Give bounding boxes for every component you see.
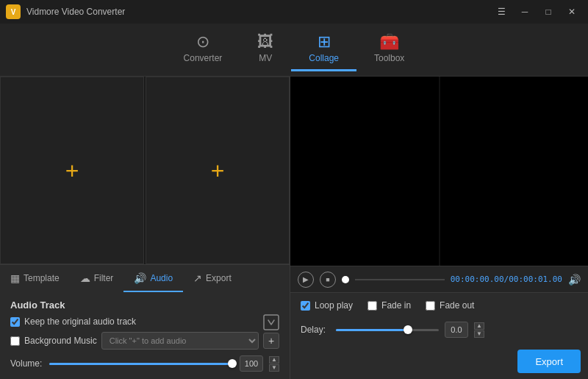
menu-button[interactable]: ☰ — [491, 4, 512, 19]
loop-play-checkbox[interactable] — [301, 301, 310, 311]
right-panel: ▶ ■ 00:00:00.00/00:00:01.00 🔊 Loop play — [290, 77, 588, 379]
nav-mv-label: MV — [259, 53, 272, 63]
volume-fill — [49, 363, 234, 365]
fade-in-checkbox[interactable] — [368, 301, 377, 311]
app-logo: V — [6, 4, 21, 19]
svg-rect-0 — [264, 315, 279, 330]
tab-export[interactable]: ↗ Export — [183, 265, 242, 292]
nav-toolbox[interactable]: 🧰 Toolbox — [356, 28, 422, 71]
collage-cell-2[interactable]: + — [146, 77, 290, 264]
delay-up-btn[interactable]: ▲ — [474, 322, 484, 330]
collage-icon: ⊞ — [318, 34, 331, 50]
audio-track-title: Audio Track — [10, 300, 279, 311]
preview-cell-1 — [290, 77, 439, 266]
export-button[interactable]: Export — [517, 350, 581, 373]
nav-converter[interactable]: ⊙ Converter — [166, 28, 240, 71]
tab-audio-label: Audio — [150, 273, 173, 283]
down-arrow-indicator — [263, 314, 279, 333]
toolbox-icon: 🧰 — [379, 34, 399, 50]
app-title: Vidmore Video Converter — [26, 7, 491, 17]
volume-value: 100 — [240, 355, 263, 372]
nav-mv[interactable]: 🖼 MV — [240, 28, 291, 71]
stop-button[interactable]: ■ — [320, 272, 336, 288]
right-audio-panel: Loop play Fade in Fade out Delay: — [290, 292, 588, 345]
nav-converter-label: Converter — [184, 53, 223, 63]
volume-slider-container[interactable] — [49, 358, 234, 369]
delay-thumb[interactable] — [404, 325, 412, 334]
delay-down-btn[interactable]: ▼ — [474, 330, 484, 338]
volume-spinner: ▲ ▼ — [269, 356, 279, 372]
volume-row: Volume: 100 ▲ ▼ — [10, 355, 279, 372]
preview-area — [290, 77, 588, 266]
template-icon: ▦ — [10, 272, 20, 284]
keep-original-checkbox[interactable] — [10, 317, 20, 327]
export-area: Export — [290, 345, 588, 379]
fade-out-checkbox[interactable] — [426, 301, 435, 311]
progress-dot — [342, 276, 349, 283]
maximize-button[interactable]: □ — [538, 4, 559, 19]
titlebar: V Vidmore Video Converter ☰ ─ □ ✕ — [0, 0, 588, 24]
bg-music-label: Background Music — [24, 336, 97, 346]
tab-filter[interactable]: ☁ Filter — [70, 265, 124, 292]
keep-original-label: Keep the original audio track — [24, 316, 136, 327]
tab-filter-label: Filter — [94, 273, 114, 283]
preview-cell-2 — [440, 77, 589, 266]
time-current: 00:00:00.00 — [451, 274, 504, 284]
window-controls: ☰ ─ □ ✕ — [491, 4, 582, 19]
volume-label: Volume: — [10, 358, 43, 369]
tabs-row: ▦ Template ☁ Filter 🔊 Audio ↗ Export — [0, 264, 290, 292]
nav-collage-label: Collage — [309, 53, 339, 63]
audio-icon: 🔊 — [134, 272, 146, 284]
tab-audio[interactable]: 🔊 Audio — [123, 265, 183, 292]
filter-icon: ☁ — [80, 272, 90, 284]
delay-fill — [336, 329, 408, 331]
main-nav: ⊙ Converter 🖼 MV ⊞ Collage 🧰 Toolbox — [0, 24, 588, 77]
volume-up-btn[interactable]: ▲ — [269, 356, 279, 364]
collage-cell-1[interactable]: + — [0, 77, 144, 264]
close-button[interactable]: ✕ — [562, 4, 582, 19]
tab-export-label: Export — [206, 273, 232, 283]
delay-spinner: ▲ ▼ — [474, 322, 484, 338]
bg-music-select[interactable]: Click "+" to add audio — [101, 332, 259, 350]
delay-value: 0.0 — [445, 322, 468, 338]
playback-volume-icon[interactable]: 🔊 — [568, 274, 581, 286]
tab-template[interactable]: ▦ Template — [0, 265, 70, 292]
left-panel: + + ▦ Template ☁ Filter 🔊 Audio ↗ Export — [0, 77, 290, 379]
volume-down-btn[interactable]: ▼ — [269, 364, 279, 372]
loop-play-row: Loop play — [301, 300, 353, 311]
collage-area: + + — [0, 77, 290, 264]
time-total: 00:00:01.00 — [509, 274, 562, 284]
main-content: + + ▦ Template ☁ Filter 🔊 Audio ↗ Export — [0, 77, 588, 379]
loop-play-label: Loop play — [315, 300, 353, 311]
export-tab-icon: ↗ — [193, 272, 202, 284]
right-bottom: Loop play Fade in Fade out Delay: — [290, 292, 588, 379]
delay-slider-container[interactable] — [336, 324, 439, 336]
keep-original-row: Keep the original audio track — [10, 316, 279, 327]
tab-template-label: Template — [24, 273, 60, 283]
bg-music-checkbox[interactable] — [10, 336, 20, 346]
bg-music-row: Background Music Click "+" to add audio … — [10, 332, 279, 350]
fade-out-row: Fade out — [426, 300, 474, 311]
converter-icon: ⊙ — [196, 34, 209, 50]
fade-out-label: Fade out — [440, 300, 474, 311]
add-media-icon-2: + — [211, 159, 225, 183]
time-display: 00:00:00.00/00:00:01.00 — [451, 274, 562, 284]
add-audio-button[interactable]: + — [263, 333, 279, 349]
delay-row: Delay: 0.0 ▲ ▼ — [301, 322, 578, 338]
add-media-icon-1: + — [65, 159, 79, 183]
play-button[interactable]: ▶ — [298, 272, 314, 288]
fade-in-row: Fade in — [368, 300, 411, 311]
volume-track — [49, 363, 234, 365]
volume-thumb[interactable] — [228, 359, 237, 368]
nav-toolbox-label: Toolbox — [374, 53, 404, 63]
progress-line[interactable] — [355, 279, 445, 280]
mv-icon: 🖼 — [257, 34, 273, 50]
minimize-button[interactable]: ─ — [514, 4, 535, 19]
audio-panel: Audio Track Keep the original audio trac… — [0, 292, 290, 379]
delay-label: Delay: — [301, 325, 330, 335]
right-options-row: Loop play Fade in Fade out — [301, 300, 578, 316]
fade-in-label: Fade in — [381, 300, 411, 311]
delay-track — [336, 329, 439, 331]
playback-bar: ▶ ■ 00:00:00.00/00:00:01.00 🔊 — [290, 266, 588, 292]
nav-collage[interactable]: ⊞ Collage — [291, 28, 356, 71]
